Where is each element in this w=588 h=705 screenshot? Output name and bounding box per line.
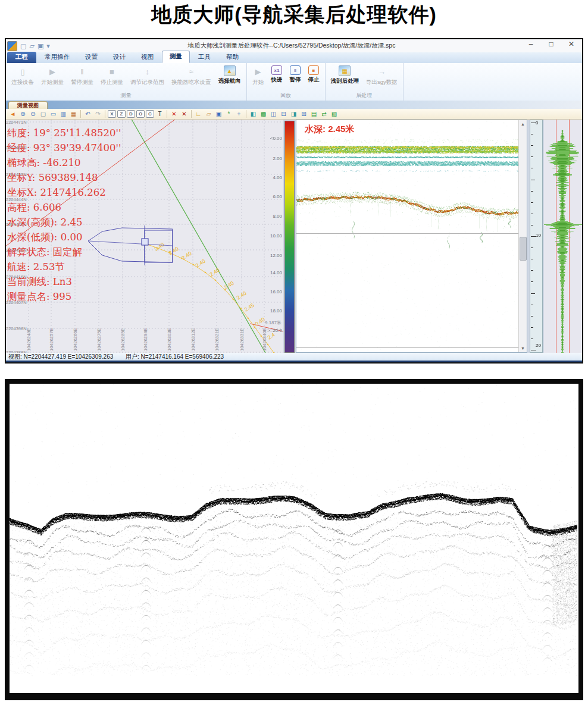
flag-icon[interactable]: ▱	[204, 110, 213, 118]
ribbon-button-开始[interactable]: ▶开始	[249, 65, 267, 87]
scrollbar-thumb[interactable]	[520, 237, 527, 261]
save-view-icon[interactable]: ▣	[214, 110, 223, 118]
ribbon-button-label: 快进	[271, 76, 283, 84]
ribbon-button-连接设备[interactable]: ▯连接设备	[8, 65, 37, 87]
mark-c-icon[interactable]: C	[146, 110, 154, 118]
window-color-icon[interactable]: ▩	[259, 110, 268, 118]
view-tab-strip: 测量视图	[6, 101, 582, 109]
ribbon-button-换能器吃水设置[interactable]: ≈换能器吃水设置	[168, 65, 214, 87]
ribbon-tab-3[interactable]: 设计	[106, 52, 133, 63]
application-window: ▢▱▣▾ 地质大师浅剖测量后处理软件--C:/Users/52795/Deskt…	[5, 38, 583, 364]
ribbon-button-停止测量[interactable]: ■停止测量	[98, 65, 126, 87]
ribbon-group-2: ▦浅剖后处理→导出sgy数据后处理	[326, 63, 404, 101]
image-view-icon[interactable]: ▦	[69, 110, 78, 118]
navigation-map-panel[interactable]: 2.402.402.402.402.402.402.402.450.402.49…	[6, 120, 283, 353]
echogram-panel[interactable]: 水深: 2.45米 ▲ ▼	[296, 120, 527, 353]
ribbon-button-调节记录范围[interactable]: ↕调节记录范围	[127, 65, 167, 87]
ruler-tick	[531, 293, 535, 294]
seismic-profile-canvas	[10, 384, 577, 692]
new-file-icon[interactable]: ▢	[20, 42, 26, 51]
echogram-scrollbar[interactable]: ▲ ▼	[518, 120, 527, 352]
window-profile-icon[interactable]: ◧	[249, 110, 258, 118]
ribbon-button-选择航向[interactable]: ▲选择航向	[215, 65, 244, 86]
map-x-axis-label: 10426285E	[120, 328, 126, 351]
ribbon-button-开始测量[interactable]: ▶开始测量	[38, 65, 67, 87]
ribbon-button-icon: ▲	[224, 65, 236, 76]
page-title: 地质大师(导航采集后处理软件)	[0, 1, 588, 29]
close-button[interactable]: ✕	[567, 40, 576, 48]
ruler-icon[interactable]: ∟	[194, 110, 203, 118]
map-x-axis-label: 10426248E	[26, 328, 32, 351]
ribbon-group-1: ▶开始x1快进‖暂停■停止回放	[247, 63, 326, 101]
ribbon-button-暂停测量[interactable]: ‖暂停测量	[68, 65, 96, 87]
mark-o-icon[interactable]: O	[136, 110, 145, 118]
ribbon-button-暂停[interactable]: ‖暂停	[287, 65, 304, 84]
ribbon-button-导出sgy数据[interactable]: →导出sgy数据	[363, 65, 401, 87]
ribbon-button-label: 开始测量	[41, 79, 64, 86]
map-x-axis-label: 10426321E	[214, 328, 220, 351]
ribbon-tab-0[interactable]: 工程	[7, 52, 36, 63]
mark-x-icon[interactable]: X	[108, 110, 116, 118]
ribbon-tab-7[interactable]: 帮助	[219, 52, 246, 63]
ribbon-tab-6[interactable]: 工具	[191, 52, 218, 63]
ruler-tick	[531, 225, 533, 225]
ribbon-button-label: 调节记录范围	[130, 79, 164, 86]
window-link-icon[interactable]: ▧	[330, 110, 339, 118]
scroll-down-icon[interactable]: ▼	[519, 344, 527, 352]
ribbon-tab-5[interactable]: 测量	[162, 51, 190, 63]
ribbon-button-浅剖后处理[interactable]: ▦浅剖后处理	[328, 65, 362, 86]
app-logo	[7, 41, 17, 51]
ribbon-tab-1[interactable]: 常用操作	[37, 52, 77, 63]
tab-measure-view[interactable]: 测量视图	[8, 101, 48, 109]
window-tile-icon[interactable]: ◫	[269, 110, 278, 118]
scroll-up-icon[interactable]: ▲	[519, 120, 527, 128]
open-file-icon[interactable]: ▱	[29, 42, 34, 51]
fit-extent-icon[interactable]: ▭	[49, 110, 58, 118]
window-grid-icon[interactable]: ⊞	[299, 110, 308, 118]
zoom-window-icon[interactable]: ▢	[39, 110, 48, 118]
seismic-profile-image	[5, 379, 583, 700]
title-bar: ▢▱▣▾ 地质大师浅剖测量后处理软件--C:/Users/52795/Deskt…	[6, 39, 582, 53]
window-splitv-icon[interactable]: ◨	[289, 110, 298, 118]
split-columns-icon[interactable]: ▥	[59, 110, 68, 118]
ribbon-tab-2[interactable]: 设置	[78, 52, 105, 63]
locate-icon[interactable]: *	[224, 110, 233, 118]
window-swap-icon[interactable]: ⇄	[320, 110, 329, 118]
mark-d-icon[interactable]: D	[127, 110, 135, 118]
ribbon-button-停止[interactable]: ■停止	[305, 65, 323, 84]
toolbar-separator	[167, 110, 167, 118]
window-map-icon[interactable]: ▤	[309, 110, 318, 118]
track-depth-label: 2.40	[209, 267, 221, 278]
ribbon-tab-bar: 工程常用操作设置设计视图测量工具帮助	[6, 52, 582, 64]
signal-trace-canvas	[544, 120, 582, 353]
delete-point-icon[interactable]: ✕	[170, 110, 179, 118]
telemetry-line: 坐标Y: 569389.148	[7, 171, 98, 184]
quickbar-dropdown-icon[interactable]: ▾	[46, 42, 50, 51]
text-tool-icon[interactable]: T	[155, 110, 164, 118]
zoom-in-icon[interactable]: ⊕	[18, 110, 27, 118]
undo-icon[interactable]: ↶	[83, 110, 92, 118]
signal-trace-panel[interactable]	[544, 120, 582, 353]
ribbon-tab-4[interactable]: 视图	[134, 52, 161, 63]
color-scale-label: 2.00	[256, 156, 282, 161]
maximize-button[interactable]: □	[546, 40, 556, 48]
ribbon-button-快进[interactable]: x1快进	[268, 65, 286, 84]
select-cursor-icon[interactable]: ◄	[8, 110, 17, 118]
redo-icon[interactable]: ↷	[93, 110, 102, 118]
telemetry-line: 水深(低频): 0.00	[7, 231, 82, 244]
ruler-label: 0	[536, 120, 538, 126]
toolbar-separator	[246, 110, 246, 118]
ribbon-button-icon: ■	[308, 65, 319, 75]
pan-move-icon[interactable]: +	[234, 110, 243, 118]
telemetry-line: 椭球高: -46.210	[7, 156, 81, 170]
minimize-button[interactable]: –	[526, 40, 536, 48]
save-icon[interactable]: ▣	[37, 42, 43, 51]
color-scale-label: 4.00	[256, 175, 282, 180]
mark-z-icon[interactable]: Z	[117, 110, 126, 118]
zoom-out-icon[interactable]: ⊖	[29, 110, 37, 118]
ruler-tick	[531, 327, 533, 328]
map-x-axis-label: 10426312E	[190, 328, 196, 351]
delete-all-icon[interactable]: ✕	[180, 110, 189, 118]
window-splith-icon[interactable]: ⊟	[279, 110, 288, 118]
ruler-tick	[531, 259, 533, 259]
